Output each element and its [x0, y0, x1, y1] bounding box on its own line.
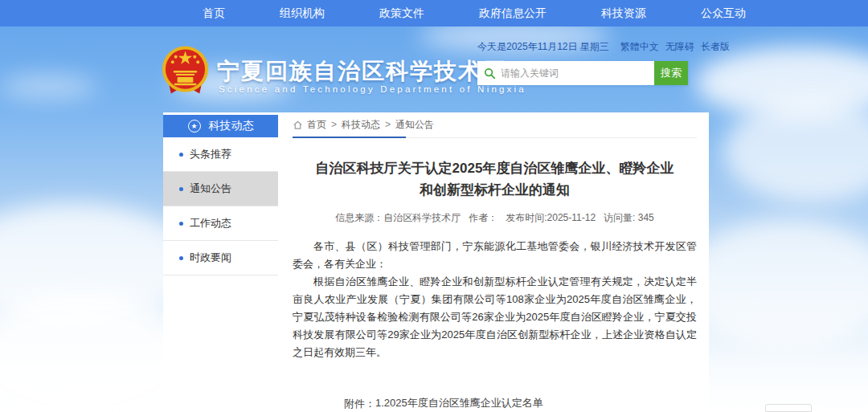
article-title: 自治区科技厅关于认定2025年度自治区雏鹰企业、瞪羚企业 和创新型标杆企业的通知: [293, 157, 697, 201]
breadcrumb-chunk: 通知公告: [395, 119, 434, 130]
sidebar-menu-item-label: 时政要闻: [190, 251, 231, 265]
breadcrumb-separator: >: [385, 119, 391, 130]
sidebar-menu-item-label: 通知公告: [190, 182, 231, 196]
breadcrumb-chunk: 首页>: [307, 119, 342, 130]
search-icon: [484, 67, 496, 80]
search-button[interactable]: 搜索: [654, 61, 688, 85]
breadcrumb-link[interactable]: 科技动态: [342, 119, 380, 130]
current-date: 今天是2025年11月12日 星期三: [477, 40, 609, 54]
attachments-list: 1.2025年度自治区雏鹰企业认定名单2.2025年度自治区瞪羚企业认定名单3.…: [375, 397, 575, 412]
star-circle-icon: ★: [188, 120, 201, 133]
breadcrumb-link[interactable]: 首页: [307, 119, 326, 130]
sidebar-menu-item[interactable]: 时政要闻: [163, 241, 278, 275]
nav-item[interactable]: 组织机构: [252, 0, 352, 27]
article-section: 首页>科技动态>通知公告 自治区科技厅关于认定2025年度自治区雏鹰企业、瞪羚企…: [293, 112, 697, 412]
quick-link[interactable]: 无障碍: [665, 40, 694, 54]
breadcrumb-separator: >: [331, 119, 337, 130]
nav-item[interactable]: 首页: [175, 0, 252, 27]
bullet-dot-icon: [179, 256, 183, 260]
sidebar-menu-item[interactable]: 头条推荐: [163, 137, 278, 172]
sidebar-menu: 头条推荐 通知公告 工作动态 时政要闻: [163, 137, 278, 275]
sidebar-menu-item[interactable]: 通知公告: [163, 172, 278, 206]
site-header: 宁夏回族自治区科学技术厅 Science and Technology Depa…: [0, 27, 868, 112]
attachment-link[interactable]: 1.2025年度自治区雏鹰企业认定名单: [375, 397, 575, 409]
breadcrumb-items: 首页>科技动态>通知公告: [307, 118, 434, 132]
article-paragraph: 根据自治区雏鹰企业、瞪羚企业和创新型标杆企业认定管理有关规定，决定认定半亩良人农…: [293, 273, 697, 361]
article-meta-part: 作者：: [469, 211, 497, 225]
article-paragraph: 各市、县（区）科技管理部门，宁东能源化工基地管委会，银川经济技术开发区管委会，各…: [293, 238, 697, 273]
article-meta-part: 发布时间:2025-11-12: [506, 211, 596, 225]
sidebar-menu-item[interactable]: 工作动态: [163, 206, 278, 241]
date-row: 今天是2025年11月12日 星期三 繁體中文无障碍长者版: [477, 40, 701, 54]
breadcrumb-link[interactable]: 通知公告: [395, 119, 434, 130]
quick-link[interactable]: 繁體中文: [620, 40, 659, 54]
site-title: 宁夏回族自治区科学技术厅: [217, 56, 506, 87]
sidebar: ★ 科技动态 头条推荐 通知公告: [163, 115, 278, 275]
cloud: [683, 219, 868, 348]
page: 首页组织机构政策文件政府信息公开科技资源公众互动 宁夏回族自治区科学技术厅 Sc…: [0, 0, 868, 412]
bullet-dot-icon: [179, 153, 183, 157]
sidebar-menu-item-label: 工作动态: [190, 216, 231, 230]
backtop-widget[interactable]: [765, 404, 812, 412]
sidebar-header: ★ 科技动态: [163, 115, 278, 137]
article-meta: 信息来源：自治区科学技术厅作者：发布时间:2025-11-12访问量: 345: [293, 211, 697, 225]
article-meta-part: 信息来源：自治区科学技术厅: [335, 211, 461, 225]
home-icon: [293, 120, 303, 130]
bullet-dot-icon: [179, 187, 183, 191]
search-input[interactable]: [501, 67, 648, 79]
sidebar-title: 科技动态: [209, 119, 254, 133]
article-title-line1: 自治区科技厅关于认定2025年度自治区雏鹰企业、瞪羚企业: [316, 161, 674, 176]
search-bar: 搜索: [477, 61, 688, 85]
cloud: [723, 99, 868, 203]
bullet-dot-icon: [179, 222, 183, 226]
quick-links: 繁體中文无障碍长者版: [620, 40, 736, 54]
quick-link[interactable]: 长者版: [701, 40, 730, 54]
main-content-card: ★ 科技动态 头条推荐 通知公告: [163, 112, 709, 412]
nav-item[interactable]: 政策文件: [352, 0, 452, 27]
article-meta-part: 访问量: 345: [604, 211, 654, 225]
national-emblem-logo: [160, 44, 211, 99]
top-navigation: 首页组织机构政策文件政府信息公开科技资源公众互动: [0, 0, 868, 27]
attachments-label: 附件：: [344, 397, 375, 412]
attachments-block: 附件： 1.2025年度自治区雏鹰企业认定名单2.2025年度自治区瞪羚企业认定…: [344, 397, 697, 412]
header-utility-area: 今天是2025年11月12日 星期三 繁體中文无障碍长者版 搜索: [477, 40, 701, 85]
site-subtitle: Science and Technology Department of Nin…: [219, 84, 526, 94]
article-body: 各市、县（区）科技管理部门，宁东能源化工基地管委会，银川经济技术开发区管委会，各…: [293, 238, 697, 361]
search-input-wrap: [477, 61, 654, 85]
nav-item[interactable]: 政府信息公开: [452, 0, 574, 27]
article-title-line2: 和创新型标杆企业的通知: [420, 182, 570, 198]
nav-item[interactable]: 科技资源: [574, 0, 674, 27]
breadcrumb: 首页>科技动态>通知公告: [293, 112, 697, 138]
nav-item[interactable]: 公众互动: [674, 0, 773, 27]
sidebar-menu-item-label: 头条推荐: [190, 147, 231, 161]
nav-items: 首页组织机构政策文件政府信息公开科技资源公众互动: [175, 0, 868, 27]
breadcrumb-chunk: 科技动态>: [342, 119, 395, 130]
